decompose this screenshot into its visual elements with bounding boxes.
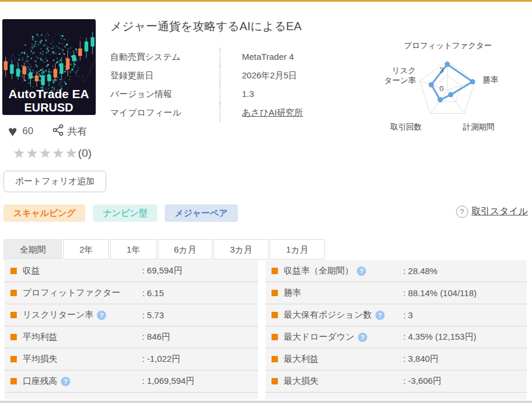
radar-data-point — [429, 82, 434, 87]
stat-value: : 88.14% (104/118) — [403, 288, 476, 298]
stat-row: 勝率: 88.14% (104/118) — [266, 282, 527, 304]
like-count: 60 — [22, 125, 33, 137]
radar-data-point — [437, 97, 443, 102]
product-image-canvas: AutoTrade EA EURUSD — [2, 19, 96, 115]
stat-row: 収益率（全期間）?: 28.48% — [266, 260, 527, 282]
radar-axis-label: 計測期間 — [462, 123, 494, 131]
radar-axis-label: プロフィットファクター — [404, 41, 492, 50]
detail-label: 自動売買システム — [110, 48, 219, 66]
stat-row: リスクリターン率?: 5.73 — [5, 304, 258, 326]
tab-6カ月[interactable]: 6カ月 — [158, 239, 213, 260]
profile-link[interactable]: あさひAI研究所 — [242, 107, 303, 117]
stat-label: 最大ドローダウン — [284, 332, 354, 343]
tag-blue[interactable]: メジャーペア — [165, 204, 238, 222]
help-icon[interactable]: ? — [61, 377, 70, 386]
radar-data-point — [445, 62, 450, 67]
top-accent-bar — [0, 0, 532, 2]
help-icon[interactable]: ? — [358, 333, 367, 342]
ea-product-page: AutoTrade EA EURUSD メジャー通貨を攻略するAIによるEA 自… — [0, 0, 532, 403]
stat-label: 口座残高 — [23, 376, 57, 387]
stat-row: 平均利益: 846円 — [5, 326, 258, 348]
stats-grid: 収益: 69,594円プロフィットファクター: 6.15リスクリターン率?: 5… — [5, 260, 527, 400]
bullet-icon — [10, 312, 17, 318]
product-image: AutoTrade EA EURUSD — [2, 19, 96, 115]
detail-value: 2026年2月5日 — [219, 66, 360, 85]
radar-axis-label: 取引回数 — [390, 123, 422, 131]
stats-column-right: 収益率（全期間）?: 28.48%勝率: 88.14% (104/118)最大保… — [266, 260, 527, 400]
stat-label: 最大保有ポジション数 — [284, 310, 372, 321]
bullet-icon — [272, 356, 278, 362]
question-icon: ? — [456, 206, 468, 218]
rating-count: (0) — [78, 147, 92, 160]
stat-row: 最大保有ポジション数?: 3 — [266, 304, 527, 326]
radar-tick-label: 0 — [439, 84, 443, 93]
help-icon[interactable]: ? — [357, 267, 366, 276]
tab-全期間[interactable]: 全期間 — [3, 239, 62, 260]
detail-label: バージョン情報 — [110, 85, 219, 103]
stat-label: リスクリターン率 — [23, 310, 93, 321]
bullet-icon — [10, 378, 17, 384]
trade-style-link[interactable]: ? 取引スタイル — [456, 206, 529, 218]
tab-1年[interactable]: 1年 — [110, 239, 156, 260]
product-info: メジャー通貨を攻略するAIによるEA 自動売買システムMetaTrader 4登… — [110, 19, 360, 122]
star-rating[interactable]: ★★★★★ — [13, 145, 78, 161]
bullet-icon — [272, 268, 278, 274]
stat-value: : 3 — [403, 310, 413, 320]
stat-value: : -3,606円 — [403, 376, 441, 387]
stat-value: : 6.15 — [142, 288, 164, 298]
social-row: ♥ 60 共有 — [8, 124, 87, 139]
radar-data-point — [470, 79, 475, 84]
radar-chart: 30プロフィットファクター勝率計測期間取引回数リスクターン率 — [359, 36, 532, 138]
radar-data-point — [448, 92, 453, 98]
rating-row: ★★★★★ (0) — [13, 145, 92, 161]
tag-list: スキャルピングナンピン型メジャーペア — [3, 204, 245, 222]
share-icon — [53, 124, 64, 138]
bullet-icon — [10, 334, 17, 340]
tab-2年[interactable]: 2年 — [63, 239, 109, 260]
stat-row: 収益: 69,594円 — [5, 260, 258, 282]
detail-value: MetaTrader 4 — [219, 48, 360, 66]
detail-label: マイプロフィール — [110, 103, 219, 122]
help-icon[interactable]: ? — [97, 311, 106, 320]
bullet-icon — [10, 268, 17, 274]
stat-value: : 4.35% (12,153円) — [403, 332, 476, 343]
next-section-bar — [0, 401, 532, 403]
stat-label: 平均利益 — [23, 332, 57, 343]
stat-label: 最大損失 — [284, 376, 319, 387]
page-title: メジャー通貨を攻略するAIによるEA — [110, 19, 360, 34]
stat-row: 最大利益: 3,840円 — [266, 348, 527, 370]
stat-row: 口座残高?: 1,069,594円 — [5, 370, 258, 393]
tab-1カ月[interactable]: 1カ月 — [270, 239, 325, 260]
stat-value: : 3,840円 — [403, 354, 439, 365]
bullet-icon — [272, 290, 278, 296]
share-button[interactable]: 共有 — [53, 124, 87, 138]
stat-value: : 846円 — [142, 332, 170, 343]
stat-label: 収益率（全期間） — [284, 265, 353, 276]
stat-value: : 28.48% — [403, 266, 437, 276]
stat-label: 平均損失 — [23, 354, 57, 365]
radar-tick-label: 3 — [439, 66, 443, 74]
product-details-table: 自動売買システムMetaTrader 4登録更新日2026年2月5日バージョン情… — [110, 48, 360, 122]
like-button[interactable]: ♥ 60 — [8, 124, 33, 139]
bullet-icon — [10, 290, 17, 296]
product-image-title: AutoTrade EA — [9, 87, 89, 100]
radar-axis-label: リスクターン率 — [384, 66, 416, 85]
heart-icon: ♥ — [8, 124, 17, 139]
add-portfolio-button[interactable]: ポートフォリオ追加 — [3, 171, 106, 192]
share-label: 共有 — [67, 125, 87, 138]
tag-orange[interactable]: スキャルピング — [3, 204, 85, 222]
period-tabs: 全期間2年1年6カ月3カ月1カ月 — [3, 239, 326, 260]
detail-value[interactable]: あさひAI研究所 — [219, 103, 360, 122]
stat-value: : 1,069,594円 — [142, 376, 194, 387]
stat-value: : 69,594円 — [142, 265, 182, 276]
help-icon[interactable]: ? — [375, 311, 385, 320]
stat-row: 平均損失: -1,022円 — [5, 348, 258, 370]
detail-label: 登録更新日 — [110, 66, 219, 85]
tab-3カ月[interactable]: 3カ月 — [213, 239, 269, 260]
stat-row: 最大ドローダウン?: 4.35% (12,153円) — [266, 326, 527, 348]
trade-style-label: 取引スタイル — [472, 206, 529, 218]
stat-label: プロフィットファクター — [23, 287, 121, 298]
product-image-symbol: EURUSD — [24, 101, 73, 114]
bullet-icon — [10, 356, 17, 362]
tag-teal[interactable]: ナンピン型 — [93, 204, 157, 222]
